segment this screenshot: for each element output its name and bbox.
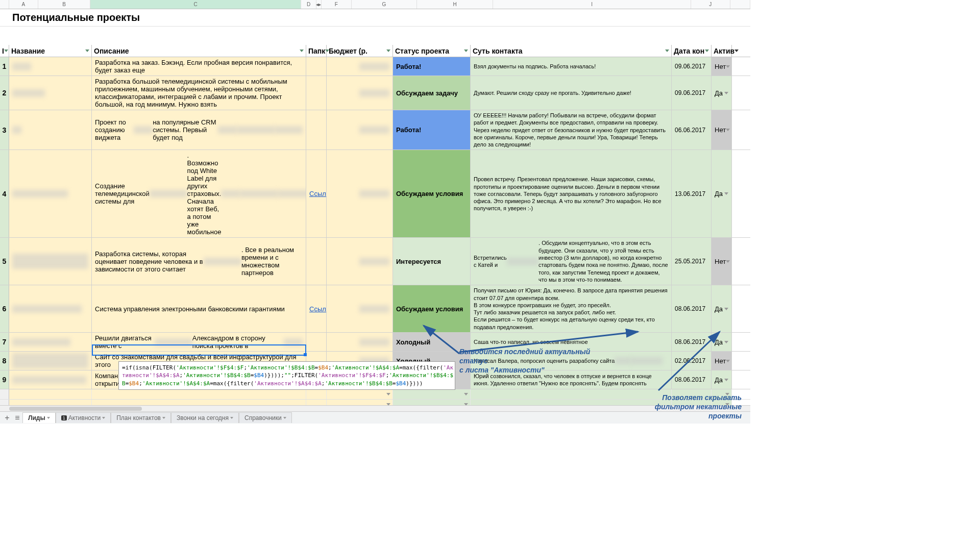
header-id[interactable]: I	[0, 45, 9, 57]
dropdown-arrow-icon[interactable]	[726, 360, 730, 362]
header-date[interactable]: Дата кон	[672, 45, 712, 57]
chevron-down-icon[interactable]	[162, 417, 165, 419]
cell-name[interactable]: ████	[9, 57, 92, 76]
cell-name[interactable]: ██	[9, 110, 92, 150]
cell-date[interactable]: 09.06.2017	[672, 57, 712, 76]
cell-name[interactable]: ███████	[9, 76, 92, 110]
chevron-down-icon[interactable]	[47, 417, 50, 419]
cell-name[interactable]: ████ ████ ██████	[9, 285, 92, 332]
cell-active-dropdown[interactable]: Нет	[712, 57, 732, 76]
cell-active-dropdown[interactable]: Да	[712, 150, 732, 237]
header-budget[interactable]: Бюджет (р.	[327, 45, 393, 57]
cell-date[interactable]: 08.06.2017	[672, 333, 712, 351]
cell-status[interactable]: Обсуждаем условия	[393, 150, 471, 237]
cell-date[interactable]: 02.06.2017	[672, 352, 712, 370]
cell-name[interactable]: ████████ ████	[9, 333, 92, 351]
cell-contact[interactable]: Провел встречу. Презентовал предложение.…	[471, 150, 672, 237]
cell-status[interactable]: Интересуется	[393, 238, 471, 285]
cell-budget[interactable]: ██ ████	[327, 285, 393, 332]
row-number[interactable]: 6	[0, 285, 9, 332]
cell-contact[interactable]: Встретились с Катей и ████████. Обсудили…	[471, 238, 672, 285]
cell-status[interactable]: Обсуждаем условия	[393, 285, 471, 332]
header-desc[interactable]: Описание	[92, 45, 306, 57]
cell-budget[interactable]: ██ ████	[327, 238, 393, 285]
filter-icon[interactable]	[300, 49, 304, 52]
filter-icon[interactable]	[464, 49, 468, 52]
cell-contact[interactable]: Взял документы на подпись. Работа начала…	[471, 57, 672, 76]
cell-active-dropdown[interactable]: Нет	[712, 352, 732, 370]
col-header-b[interactable]: B	[38, 0, 90, 9]
cell-folder-link[interactable]: Ссылка	[306, 285, 327, 332]
cell-status[interactable]: Работа!	[393, 57, 471, 76]
sheet-tab-звонки-на-сегодня[interactable]: Звонки на сегодня	[171, 412, 239, 423]
cell-budget[interactable]: ██ ████	[327, 333, 393, 351]
cell-name[interactable]: ████████ ████████	[9, 238, 92, 285]
cell-status[interactable]: Обсуждаем задачу	[393, 76, 471, 110]
chevron-down-icon[interactable]	[230, 417, 233, 419]
filter-icon[interactable]	[665, 49, 669, 52]
cell-budget[interactable]: ██ ████	[327, 76, 393, 110]
header-name[interactable]: Название	[9, 45, 92, 57]
dropdown-arrow-icon[interactable]	[724, 92, 728, 94]
sheet-tab-активности[interactable]: 1Активности	[56, 412, 111, 423]
header-folder[interactable]: Папк	[306, 45, 327, 57]
cell-active-dropdown[interactable]: Да	[712, 333, 732, 351]
row-number[interactable]: 7	[0, 333, 9, 351]
add-sheet-button[interactable]: +	[2, 413, 12, 423]
chevron-down-icon[interactable]	[102, 417, 105, 419]
dropdown-arrow-icon[interactable]	[726, 129, 730, 131]
row-number[interactable]: 9	[0, 370, 9, 389]
col-header-i[interactable]: I	[493, 0, 691, 9]
col-header-c[interactable]: C	[90, 0, 301, 9]
cell-description[interactable]: Система управления электронными банковск…	[92, 285, 306, 332]
cell-description[interactable]: Разработка системы, которая оценивает по…	[92, 238, 306, 285]
row-number[interactable]: 1	[0, 57, 9, 76]
col-header-a[interactable]: A	[9, 0, 38, 9]
cell-active-dropdown[interactable]: Нет	[712, 238, 732, 285]
cell-folder-link[interactable]: Ссылка	[306, 150, 327, 237]
cell-description[interactable]: Создание телемедицинской системы для ███…	[92, 150, 306, 237]
cell-active-dropdown[interactable]: Да	[712, 76, 732, 110]
row-number[interactable]: 4	[0, 150, 9, 237]
cell-contact[interactable]: ОУ ЕЕЕЕЕ!!! Начали работу! Побывали на в…	[471, 110, 672, 150]
col-header-j[interactable]: J	[691, 0, 730, 9]
cell-date[interactable]: 13.06.2017	[672, 150, 712, 237]
chevron-down-icon[interactable]	[283, 417, 286, 419]
filter-icon[interactable]	[4, 49, 8, 52]
row-number[interactable]: 3	[0, 110, 9, 150]
cell-name[interactable]: ███ ████ ████	[9, 150, 92, 237]
cell-budget[interactable]: ██ ████	[327, 110, 393, 150]
row-number[interactable]: 8	[0, 352, 9, 370]
col-header-d[interactable]: D	[301, 0, 316, 9]
cell-name[interactable]: ███ ████████ ████	[9, 370, 92, 389]
header-contact[interactable]: Суть контакта	[471, 45, 672, 57]
cell-budget[interactable]: ██ ████	[327, 57, 393, 76]
cell-budget[interactable]: ██ ████	[327, 150, 393, 237]
dropdown-arrow-icon[interactable]	[726, 260, 730, 263]
sheet-tab-справочники[interactable]: Справочники	[239, 412, 292, 423]
dropdown-arrow-icon[interactable]	[724, 192, 728, 195]
col-header-f[interactable]: F	[322, 0, 352, 9]
row-number[interactable]: 5	[0, 238, 9, 285]
row-number[interactable]: 2	[0, 76, 9, 110]
filter-icon[interactable]	[386, 49, 390, 52]
dropdown-arrow-icon[interactable]	[724, 341, 728, 343]
dropdown-arrow-icon[interactable]	[726, 65, 730, 68]
cell-date[interactable]: 08.06.2017	[672, 370, 712, 389]
cell-date[interactable]: 09.06.2017	[672, 76, 712, 110]
cell-date[interactable]: 08.06.2017	[672, 285, 712, 332]
col-header-h[interactable]: H	[417, 0, 494, 9]
cell-description[interactable]: Разработка большой телемедицинской систе…	[92, 76, 306, 110]
dropdown-arrow-icon[interactable]	[724, 308, 728, 310]
header-status[interactable]: Статус проекта	[393, 45, 471, 57]
sheet-tab-лиды[interactable]: Лиды	[22, 412, 56, 423]
dropdown-arrow-icon[interactable]	[724, 379, 728, 381]
scrollbar-thumb[interactable]	[9, 407, 142, 411]
filter-icon[interactable]	[734, 49, 739, 52]
header-active[interactable]: Актив	[712, 45, 732, 57]
col-header-e[interactable]: ◂▸	[316, 0, 322, 9]
all-sheets-button[interactable]: ≡	[12, 413, 22, 423]
cell-date[interactable]: 25.05.2017	[672, 238, 712, 285]
cell-active-dropdown[interactable]: Да	[712, 370, 732, 389]
filter-icon[interactable]	[85, 49, 89, 52]
